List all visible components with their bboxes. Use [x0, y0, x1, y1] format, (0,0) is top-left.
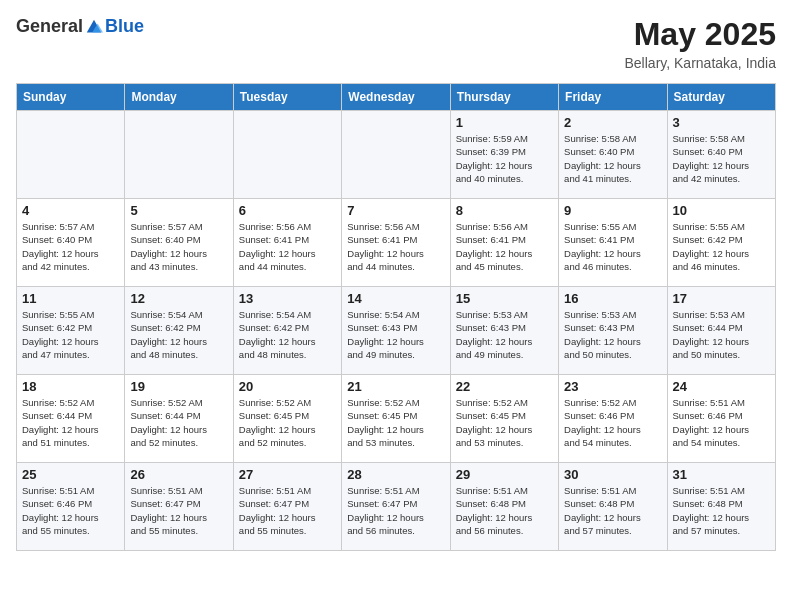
day-number: 14: [347, 291, 444, 306]
logo: General Blue: [16, 16, 144, 37]
calendar-cell: 23Sunrise: 5:52 AM Sunset: 6:46 PM Dayli…: [559, 375, 667, 463]
calendar-cell: 30Sunrise: 5:51 AM Sunset: 6:48 PM Dayli…: [559, 463, 667, 551]
calendar-cell: 28Sunrise: 5:51 AM Sunset: 6:47 PM Dayli…: [342, 463, 450, 551]
calendar-cell: 7Sunrise: 5:56 AM Sunset: 6:41 PM Daylig…: [342, 199, 450, 287]
weekday-header-monday: Monday: [125, 84, 233, 111]
calendar-cell: 19Sunrise: 5:52 AM Sunset: 6:44 PM Dayli…: [125, 375, 233, 463]
calendar-cell: 6Sunrise: 5:56 AM Sunset: 6:41 PM Daylig…: [233, 199, 341, 287]
day-number: 8: [456, 203, 553, 218]
day-number: 27: [239, 467, 336, 482]
day-info: Sunrise: 5:58 AM Sunset: 6:40 PM Dayligh…: [564, 132, 661, 185]
day-info: Sunrise: 5:52 AM Sunset: 6:44 PM Dayligh…: [22, 396, 119, 449]
calendar-cell: 18Sunrise: 5:52 AM Sunset: 6:44 PM Dayli…: [17, 375, 125, 463]
day-number: 21: [347, 379, 444, 394]
calendar-cell: 29Sunrise: 5:51 AM Sunset: 6:48 PM Dayli…: [450, 463, 558, 551]
day-number: 22: [456, 379, 553, 394]
calendar-cell: [233, 111, 341, 199]
day-number: 30: [564, 467, 661, 482]
day-number: 25: [22, 467, 119, 482]
day-number: 20: [239, 379, 336, 394]
calendar-cell: 20Sunrise: 5:52 AM Sunset: 6:45 PM Dayli…: [233, 375, 341, 463]
day-info: Sunrise: 5:56 AM Sunset: 6:41 PM Dayligh…: [239, 220, 336, 273]
day-info: Sunrise: 5:52 AM Sunset: 6:45 PM Dayligh…: [239, 396, 336, 449]
calendar-cell: 22Sunrise: 5:52 AM Sunset: 6:45 PM Dayli…: [450, 375, 558, 463]
calendar-cell: 27Sunrise: 5:51 AM Sunset: 6:47 PM Dayli…: [233, 463, 341, 551]
calendar-week-3: 11Sunrise: 5:55 AM Sunset: 6:42 PM Dayli…: [17, 287, 776, 375]
day-info: Sunrise: 5:51 AM Sunset: 6:47 PM Dayligh…: [130, 484, 227, 537]
day-number: 18: [22, 379, 119, 394]
calendar-cell: 13Sunrise: 5:54 AM Sunset: 6:42 PM Dayli…: [233, 287, 341, 375]
calendar-cell: [17, 111, 125, 199]
day-info: Sunrise: 5:55 AM Sunset: 6:42 PM Dayligh…: [673, 220, 770, 273]
calendar-cell: 4Sunrise: 5:57 AM Sunset: 6:40 PM Daylig…: [17, 199, 125, 287]
day-number: 23: [564, 379, 661, 394]
day-info: Sunrise: 5:51 AM Sunset: 6:48 PM Dayligh…: [564, 484, 661, 537]
day-info: Sunrise: 5:57 AM Sunset: 6:40 PM Dayligh…: [130, 220, 227, 273]
weekday-header-row: SundayMondayTuesdayWednesdayThursdayFrid…: [17, 84, 776, 111]
logo-general-text: General: [16, 16, 83, 37]
day-number: 31: [673, 467, 770, 482]
calendar-cell: 2Sunrise: 5:58 AM Sunset: 6:40 PM Daylig…: [559, 111, 667, 199]
day-number: 1: [456, 115, 553, 130]
day-number: 17: [673, 291, 770, 306]
day-info: Sunrise: 5:51 AM Sunset: 6:48 PM Dayligh…: [456, 484, 553, 537]
day-info: Sunrise: 5:58 AM Sunset: 6:40 PM Dayligh…: [673, 132, 770, 185]
calendar-cell: 12Sunrise: 5:54 AM Sunset: 6:42 PM Dayli…: [125, 287, 233, 375]
day-info: Sunrise: 5:53 AM Sunset: 6:43 PM Dayligh…: [456, 308, 553, 361]
page-header: General Blue May 2025 Bellary, Karnataka…: [16, 16, 776, 71]
day-info: Sunrise: 5:51 AM Sunset: 6:46 PM Dayligh…: [22, 484, 119, 537]
day-number: 5: [130, 203, 227, 218]
day-number: 15: [456, 291, 553, 306]
day-info: Sunrise: 5:55 AM Sunset: 6:42 PM Dayligh…: [22, 308, 119, 361]
title-block: May 2025 Bellary, Karnataka, India: [625, 16, 777, 71]
calendar-cell: 26Sunrise: 5:51 AM Sunset: 6:47 PM Dayli…: [125, 463, 233, 551]
day-info: Sunrise: 5:52 AM Sunset: 6:45 PM Dayligh…: [347, 396, 444, 449]
calendar-week-5: 25Sunrise: 5:51 AM Sunset: 6:46 PM Dayli…: [17, 463, 776, 551]
calendar-cell: 31Sunrise: 5:51 AM Sunset: 6:48 PM Dayli…: [667, 463, 775, 551]
calendar-cell: 11Sunrise: 5:55 AM Sunset: 6:42 PM Dayli…: [17, 287, 125, 375]
calendar-cell: [125, 111, 233, 199]
day-number: 19: [130, 379, 227, 394]
month-title: May 2025: [625, 16, 777, 53]
day-number: 12: [130, 291, 227, 306]
day-number: 7: [347, 203, 444, 218]
day-info: Sunrise: 5:52 AM Sunset: 6:46 PM Dayligh…: [564, 396, 661, 449]
day-number: 24: [673, 379, 770, 394]
weekday-header-thursday: Thursday: [450, 84, 558, 111]
day-number: 10: [673, 203, 770, 218]
calendar-cell: 14Sunrise: 5:54 AM Sunset: 6:43 PM Dayli…: [342, 287, 450, 375]
calendar-cell: 15Sunrise: 5:53 AM Sunset: 6:43 PM Dayli…: [450, 287, 558, 375]
day-info: Sunrise: 5:57 AM Sunset: 6:40 PM Dayligh…: [22, 220, 119, 273]
location-text: Bellary, Karnataka, India: [625, 55, 777, 71]
calendar-cell: 25Sunrise: 5:51 AM Sunset: 6:46 PM Dayli…: [17, 463, 125, 551]
logo-blue-text: Blue: [105, 16, 144, 37]
day-number: 4: [22, 203, 119, 218]
calendar-week-2: 4Sunrise: 5:57 AM Sunset: 6:40 PM Daylig…: [17, 199, 776, 287]
weekday-header-saturday: Saturday: [667, 84, 775, 111]
day-number: 13: [239, 291, 336, 306]
weekday-header-wednesday: Wednesday: [342, 84, 450, 111]
calendar-cell: 24Sunrise: 5:51 AM Sunset: 6:46 PM Dayli…: [667, 375, 775, 463]
day-info: Sunrise: 5:53 AM Sunset: 6:44 PM Dayligh…: [673, 308, 770, 361]
calendar-cell: 1Sunrise: 5:59 AM Sunset: 6:39 PM Daylig…: [450, 111, 558, 199]
day-info: Sunrise: 5:56 AM Sunset: 6:41 PM Dayligh…: [347, 220, 444, 273]
day-number: 28: [347, 467, 444, 482]
calendar-week-1: 1Sunrise: 5:59 AM Sunset: 6:39 PM Daylig…: [17, 111, 776, 199]
day-info: Sunrise: 5:54 AM Sunset: 6:43 PM Dayligh…: [347, 308, 444, 361]
day-info: Sunrise: 5:51 AM Sunset: 6:46 PM Dayligh…: [673, 396, 770, 449]
day-info: Sunrise: 5:51 AM Sunset: 6:48 PM Dayligh…: [673, 484, 770, 537]
calendar-cell: 9Sunrise: 5:55 AM Sunset: 6:41 PM Daylig…: [559, 199, 667, 287]
day-number: 29: [456, 467, 553, 482]
day-info: Sunrise: 5:51 AM Sunset: 6:47 PM Dayligh…: [347, 484, 444, 537]
day-info: Sunrise: 5:52 AM Sunset: 6:45 PM Dayligh…: [456, 396, 553, 449]
calendar-cell: 5Sunrise: 5:57 AM Sunset: 6:40 PM Daylig…: [125, 199, 233, 287]
day-info: Sunrise: 5:55 AM Sunset: 6:41 PM Dayligh…: [564, 220, 661, 273]
day-info: Sunrise: 5:56 AM Sunset: 6:41 PM Dayligh…: [456, 220, 553, 273]
day-info: Sunrise: 5:53 AM Sunset: 6:43 PM Dayligh…: [564, 308, 661, 361]
calendar-cell: 3Sunrise: 5:58 AM Sunset: 6:40 PM Daylig…: [667, 111, 775, 199]
day-info: Sunrise: 5:52 AM Sunset: 6:44 PM Dayligh…: [130, 396, 227, 449]
weekday-header-friday: Friday: [559, 84, 667, 111]
logo-icon: [85, 18, 103, 36]
weekday-header-tuesday: Tuesday: [233, 84, 341, 111]
day-info: Sunrise: 5:59 AM Sunset: 6:39 PM Dayligh…: [456, 132, 553, 185]
